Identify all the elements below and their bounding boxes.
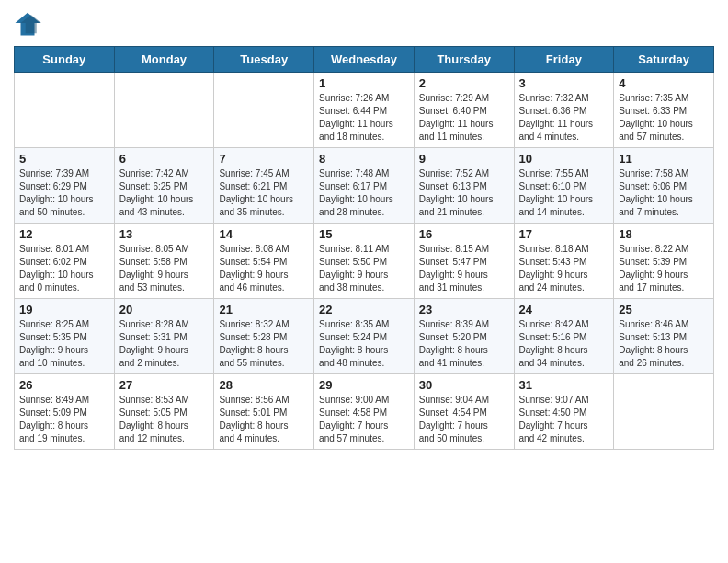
calendar-cell: 12Sunrise: 8:01 AM Sunset: 6:02 PM Dayli… <box>15 224 115 299</box>
weekday-header-row: SundayMondayTuesdayWednesdayThursdayFrid… <box>15 47 714 73</box>
calendar-cell: 4Sunrise: 7:35 AM Sunset: 6:33 PM Daylig… <box>614 73 714 148</box>
page: SundayMondayTuesdayWednesdayThursdayFrid… <box>0 0 728 459</box>
day-info: Sunrise: 7:55 AM Sunset: 6:10 PM Dayligh… <box>519 167 609 219</box>
calendar-cell: 29Sunrise: 9:00 AM Sunset: 4:58 PM Dayli… <box>314 374 415 450</box>
calendar-cell: 24Sunrise: 8:42 AM Sunset: 5:16 PM Dayli… <box>514 299 614 374</box>
day-info: Sunrise: 9:04 AM Sunset: 4:54 PM Dayligh… <box>419 394 509 445</box>
day-number: 26 <box>19 378 109 392</box>
calendar-cell: 27Sunrise: 8:53 AM Sunset: 5:05 PM Dayli… <box>114 374 214 450</box>
day-number: 3 <box>519 76 609 90</box>
day-number: 13 <box>119 227 210 241</box>
day-info: Sunrise: 8:08 AM Sunset: 5:54 PM Dayligh… <box>219 243 309 294</box>
day-number: 6 <box>119 152 210 166</box>
calendar-cell: 31Sunrise: 9:07 AM Sunset: 4:50 PM Dayli… <box>514 374 614 450</box>
day-info: Sunrise: 9:07 AM Sunset: 4:50 PM Dayligh… <box>519 394 609 445</box>
day-number: 25 <box>619 303 709 316</box>
day-info: Sunrise: 7:35 AM Sunset: 6:33 PM Dayligh… <box>619 92 709 144</box>
day-info: Sunrise: 8:22 AM Sunset: 5:39 PM Dayligh… <box>619 243 709 294</box>
weekday-header-monday: Monday <box>114 47 214 73</box>
calendar-week-row: 12Sunrise: 8:01 AM Sunset: 6:02 PM Dayli… <box>15 224 714 299</box>
weekday-header-sunday: Sunday <box>15 47 115 73</box>
calendar-cell: 9Sunrise: 7:52 AM Sunset: 6:13 PM Daylig… <box>414 148 514 224</box>
day-info: Sunrise: 8:11 AM Sunset: 5:50 PM Dayligh… <box>319 243 409 294</box>
day-info: Sunrise: 8:35 AM Sunset: 5:24 PM Dayligh… <box>319 318 409 370</box>
day-number: 18 <box>619 227 709 241</box>
day-number: 31 <box>519 378 609 392</box>
calendar-cell: 2Sunrise: 7:29 AM Sunset: 6:40 PM Daylig… <box>414 73 514 148</box>
day-info: Sunrise: 7:52 AM Sunset: 6:13 PM Dayligh… <box>419 167 509 219</box>
day-info: Sunrise: 8:42 AM Sunset: 5:16 PM Dayligh… <box>519 318 609 370</box>
day-info: Sunrise: 7:48 AM Sunset: 6:17 PM Dayligh… <box>319 167 409 219</box>
weekday-header-thursday: Thursday <box>414 47 514 73</box>
day-number: 4 <box>619 76 709 90</box>
calendar-cell: 30Sunrise: 9:04 AM Sunset: 4:54 PM Dayli… <box>414 374 514 450</box>
calendar-cell: 7Sunrise: 7:45 AM Sunset: 6:21 PM Daylig… <box>214 148 314 224</box>
header <box>14 9 714 37</box>
calendar-cell <box>614 374 714 450</box>
day-number: 10 <box>519 152 609 166</box>
day-info: Sunrise: 8:32 AM Sunset: 5:28 PM Dayligh… <box>219 318 309 370</box>
day-info: Sunrise: 8:05 AM Sunset: 5:58 PM Dayligh… <box>119 243 210 294</box>
day-number: 27 <box>119 378 210 392</box>
day-info: Sunrise: 9:00 AM Sunset: 4:58 PM Dayligh… <box>319 394 409 445</box>
day-number: 28 <box>219 378 309 392</box>
weekday-header-friday: Friday <box>514 47 614 73</box>
day-info: Sunrise: 8:28 AM Sunset: 5:31 PM Dayligh… <box>119 318 210 370</box>
calendar-cell: 17Sunrise: 8:18 AM Sunset: 5:43 PM Dayli… <box>514 224 614 299</box>
day-info: Sunrise: 8:15 AM Sunset: 5:47 PM Dayligh… <box>419 243 509 294</box>
day-number: 1 <box>319 76 409 90</box>
calendar-cell: 20Sunrise: 8:28 AM Sunset: 5:31 PM Dayli… <box>114 299 214 374</box>
day-number: 16 <box>419 227 509 241</box>
calendar-cell: 28Sunrise: 8:56 AM Sunset: 5:01 PM Dayli… <box>214 374 314 450</box>
calendar-cell: 18Sunrise: 8:22 AM Sunset: 5:39 PM Dayli… <box>614 224 714 299</box>
calendar-cell <box>214 73 314 148</box>
calendar-cell: 1Sunrise: 7:26 AM Sunset: 6:44 PM Daylig… <box>314 73 415 148</box>
calendar-cell: 10Sunrise: 7:55 AM Sunset: 6:10 PM Dayli… <box>514 148 614 224</box>
day-number: 19 <box>19 303 109 316</box>
day-info: Sunrise: 7:39 AM Sunset: 6:29 PM Dayligh… <box>19 167 109 219</box>
day-number: 23 <box>419 303 509 316</box>
calendar-cell <box>114 73 214 148</box>
day-number: 21 <box>219 303 309 316</box>
calendar-cell <box>15 73 115 148</box>
calendar-week-row: 26Sunrise: 8:49 AM Sunset: 5:09 PM Dayli… <box>15 374 714 450</box>
day-info: Sunrise: 7:29 AM Sunset: 6:40 PM Dayligh… <box>419 92 509 144</box>
calendar-cell: 26Sunrise: 8:49 AM Sunset: 5:09 PM Dayli… <box>15 374 115 450</box>
day-info: Sunrise: 8:46 AM Sunset: 5:13 PM Dayligh… <box>619 318 709 370</box>
day-number: 12 <box>19 227 109 241</box>
calendar-cell: 13Sunrise: 8:05 AM Sunset: 5:58 PM Dayli… <box>114 224 214 299</box>
calendar-cell: 23Sunrise: 8:39 AM Sunset: 5:20 PM Dayli… <box>414 299 514 374</box>
day-number: 7 <box>219 152 309 166</box>
day-info: Sunrise: 8:01 AM Sunset: 6:02 PM Dayligh… <box>19 243 109 294</box>
calendar-cell: 21Sunrise: 8:32 AM Sunset: 5:28 PM Dayli… <box>214 299 314 374</box>
calendar-cell: 25Sunrise: 8:46 AM Sunset: 5:13 PM Dayli… <box>614 299 714 374</box>
calendar-cell: 16Sunrise: 8:15 AM Sunset: 5:47 PM Dayli… <box>414 224 514 299</box>
day-info: Sunrise: 7:26 AM Sunset: 6:44 PM Dayligh… <box>319 92 409 144</box>
day-info: Sunrise: 7:45 AM Sunset: 6:21 PM Dayligh… <box>219 167 309 219</box>
day-info: Sunrise: 8:25 AM Sunset: 5:35 PM Dayligh… <box>19 318 109 370</box>
day-info: Sunrise: 8:53 AM Sunset: 5:05 PM Dayligh… <box>119 394 210 445</box>
day-number: 22 <box>319 303 409 316</box>
day-info: Sunrise: 7:42 AM Sunset: 6:25 PM Dayligh… <box>119 167 210 219</box>
calendar-cell: 19Sunrise: 8:25 AM Sunset: 5:35 PM Dayli… <box>15 299 115 374</box>
day-number: 30 <box>419 378 509 392</box>
calendar-cell: 15Sunrise: 8:11 AM Sunset: 5:50 PM Dayli… <box>314 224 415 299</box>
day-number: 2 <box>419 76 509 90</box>
weekday-header-wednesday: Wednesday <box>314 47 415 73</box>
day-number: 11 <box>619 152 709 166</box>
calendar-week-row: 19Sunrise: 8:25 AM Sunset: 5:35 PM Dayli… <box>15 299 714 374</box>
day-number: 9 <box>419 152 509 166</box>
day-number: 14 <box>219 227 309 241</box>
day-number: 15 <box>319 227 409 241</box>
day-info: Sunrise: 8:56 AM Sunset: 5:01 PM Dayligh… <box>219 394 309 445</box>
day-info: Sunrise: 8:49 AM Sunset: 5:09 PM Dayligh… <box>19 394 109 445</box>
calendar-cell: 14Sunrise: 8:08 AM Sunset: 5:54 PM Dayli… <box>214 224 314 299</box>
day-number: 20 <box>119 303 210 316</box>
calendar-cell: 8Sunrise: 7:48 AM Sunset: 6:17 PM Daylig… <box>314 148 415 224</box>
day-number: 5 <box>19 152 109 166</box>
day-number: 24 <box>519 303 609 316</box>
calendar-cell: 5Sunrise: 7:39 AM Sunset: 6:29 PM Daylig… <box>15 148 115 224</box>
calendar-cell: 6Sunrise: 7:42 AM Sunset: 6:25 PM Daylig… <box>114 148 214 224</box>
day-number: 17 <box>519 227 609 241</box>
day-info: Sunrise: 8:18 AM Sunset: 5:43 PM Dayligh… <box>519 243 609 294</box>
